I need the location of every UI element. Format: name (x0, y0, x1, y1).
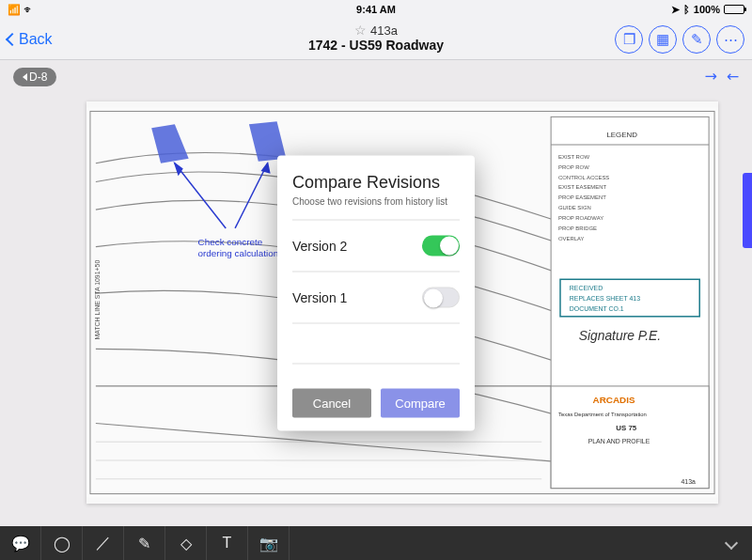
svg-text:REPLACES SHEET  413: REPLACES SHEET 413 (570, 295, 640, 302)
version-toggle[interactable] (422, 288, 460, 308)
edit-button[interactable]: ✎ (682, 25, 711, 54)
location-icon: ➤ (671, 4, 680, 16)
status-bar: 📶 ᯤ 9:41 AM ➤ ᛒ 100% (0, 0, 752, 19)
sheet-badge[interactable]: D-8 (13, 68, 56, 86)
svg-text:EXIST ROW: EXIST ROW (558, 154, 589, 160)
triangle-left-icon (23, 73, 27, 81)
expand-button[interactable]: ↗ ↗ (705, 68, 739, 86)
text-tool[interactable]: T (207, 526, 248, 560)
svg-text:GUIDE SIGN: GUIDE SIGN (558, 205, 591, 210)
svg-text:Signature P.E.: Signature P.E. (579, 328, 661, 343)
annotation-toolbar: 💬 ◯ ／ ✎ ◇ T 📷 (0, 526, 752, 560)
svg-text:PROP ROW: PROP ROW (558, 164, 589, 170)
battery-percent: 100% (694, 4, 720, 15)
divider (292, 272, 460, 272)
svg-text:RECEIVED: RECEIVED (570, 285, 603, 291)
circle-tool[interactable]: ◯ (41, 526, 83, 560)
star-icon[interactable]: ☆ (354, 23, 367, 38)
status-time: 9:41 AM (356, 4, 396, 15)
svg-text:413a: 413a (681, 478, 696, 485)
svg-text:DOCUMENT  CO.1: DOCUMENT CO.1 (570, 305, 624, 312)
chevron-down-icon (725, 537, 738, 550)
page-title: ☆ 413a 1742 - US59 Roadway (308, 23, 444, 53)
pencil-icon: ✎ (138, 535, 150, 552)
more-button[interactable]: ⋯ (716, 25, 744, 54)
status-right: ➤ ᛒ 100% (671, 4, 744, 16)
chevron-left-icon (6, 32, 19, 45)
content-area: D-8 ↗ ↗ (0, 60, 752, 526)
svg-text:CONTROL ACCESS: CONTROL ACCESS (558, 175, 609, 180)
divider (292, 323, 460, 324)
bluetooth-icon: ᛒ (683, 4, 690, 15)
svg-text:OVERLAY: OVERLAY (558, 236, 585, 241)
title-line2: 1742 - US59 Roadway (308, 38, 444, 53)
compare-revisions-modal: Compare Revisions Choose two revisions f… (277, 156, 475, 431)
svg-text:US 75: US 75 (616, 424, 637, 432)
cancel-button[interactable]: Cancel (292, 389, 371, 418)
version-row: Version 1 (292, 278, 460, 318)
layers-button[interactable]: ❒ (615, 25, 643, 54)
compare-button[interactable]: Compare (381, 389, 460, 418)
annotation-text: Check concrete (198, 237, 263, 247)
navigation-bar: Back ☆ 413a 1742 - US59 Roadway ❒ ▦ ✎ ⋯ (0, 19, 752, 60)
divider (292, 364, 460, 365)
camera-tool[interactable]: 📷 (248, 526, 290, 560)
svg-text:ARCADIS: ARCADIS (593, 395, 635, 405)
pencil-tool[interactable]: ✎ (124, 526, 165, 560)
svg-text:Texas Department of Transporta: Texas Department of Transportation (558, 412, 647, 417)
svg-text:PLAN AND PROFILE: PLAN AND PROFILE (588, 438, 650, 444)
grid-icon: ▦ (656, 31, 669, 48)
camera-icon: 📷 (259, 535, 278, 552)
svg-text:PROP BRIDGE: PROP BRIDGE (558, 226, 597, 231)
version-label: Version 2 (292, 239, 347, 254)
nav-actions: ❒ ▦ ✎ ⋯ (615, 25, 744, 54)
svg-text:EXIST EASEMENT: EXIST EASEMENT (558, 184, 606, 190)
modal-title: Compare Revisions (292, 173, 460, 193)
edge-tab[interactable] (743, 173, 752, 248)
speech-bubble-tool[interactable]: 💬 (0, 526, 41, 560)
version-label: Version 1 (292, 290, 347, 305)
svg-text:ordering calculation: ordering calculation (198, 248, 279, 258)
grid-button[interactable]: ▦ (649, 25, 677, 54)
back-button[interactable]: Back (8, 31, 53, 48)
line-icon: ／ (96, 534, 111, 553)
svg-text:PROP ROADWAY: PROP ROADWAY (558, 215, 603, 221)
svg-text:LEGEND: LEGEND (606, 131, 637, 139)
eraser-tool[interactable]: ◇ (165, 526, 207, 560)
expand-arrow-icon: ↗ (700, 65, 723, 87)
badge-label: D-8 (29, 70, 47, 84)
modal-subtitle: Choose two revisions from history list (292, 196, 460, 207)
svg-text:MATCH LINE STA 1091+50: MATCH LINE STA 1091+50 (94, 260, 101, 340)
signal-icon: 📶 (8, 4, 21, 15)
circle-icon: ◯ (54, 535, 70, 552)
status-left: 📶 ᯤ (8, 4, 34, 16)
collapse-toolbar-button[interactable] (711, 526, 752, 560)
modal-buttons: Cancel Compare (292, 389, 460, 418)
layers-icon: ❒ (623, 31, 635, 48)
version-toggle[interactable] (422, 236, 460, 257)
wifi-icon: ᯤ (24, 4, 34, 15)
svg-text:PROP EASEMENT: PROP EASEMENT (558, 194, 606, 200)
more-icon: ⋯ (724, 31, 738, 48)
title-line1: 413a (370, 23, 398, 38)
battery-icon (724, 5, 744, 14)
eraser-icon: ◇ (180, 535, 192, 552)
pencil-square-icon: ✎ (691, 31, 703, 48)
text-icon: T (223, 535, 232, 552)
expand-arrow-icon: ↗ (720, 65, 743, 87)
back-label: Back (19, 31, 53, 48)
version-row: Version 2 (292, 226, 460, 266)
divider (292, 220, 460, 221)
line-tool[interactable]: ／ (83, 526, 124, 560)
speech-bubble-icon: 💬 (11, 535, 30, 552)
